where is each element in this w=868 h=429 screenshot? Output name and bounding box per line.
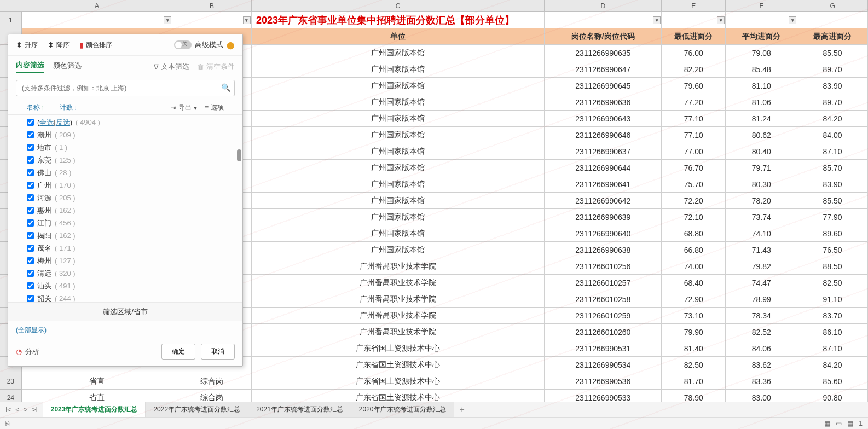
cell-avg[interactable]: 83.36 (726, 373, 797, 390)
cell-code[interactable]: 2311266990641 (545, 176, 662, 193)
col-header-G[interactable]: G (797, 0, 868, 11)
sort-by-name[interactable]: 名称↑ (27, 103, 44, 112)
cell-avg[interactable]: 82.52 (726, 324, 797, 340)
cell-unit[interactable]: 广州国家版本馆 (252, 127, 545, 143)
cell-max[interactable]: 82.50 (797, 275, 868, 291)
cell-min[interactable]: 76.70 (662, 160, 726, 176)
sheet-first-button[interactable]: I< (5, 406, 11, 414)
cell-min[interactable]: 73.10 (662, 308, 726, 324)
cell-unit[interactable]: 广州国家版本馆 (252, 111, 545, 127)
item-checkbox[interactable] (27, 257, 34, 264)
cell-type[interactable]: 综合岗 (172, 373, 252, 390)
cell-code[interactable]: 2311266990644 (545, 160, 662, 176)
cell-min[interactable]: 81.70 (662, 373, 726, 390)
cell-max[interactable]: 77.90 (797, 209, 868, 225)
cell-min[interactable]: 68.80 (662, 225, 726, 242)
item-checkbox[interactable] (27, 194, 34, 201)
header-unit[interactable]: 单位 (252, 28, 545, 45)
cell-avg[interactable]: 80.62 (726, 127, 797, 143)
search-input[interactable] (16, 80, 235, 96)
cell-code[interactable]: 2311266010259 (545, 308, 662, 324)
cell-code[interactable]: 2311266990636 (545, 94, 662, 111)
cell-min[interactable]: 72.10 (662, 209, 726, 225)
filter-icon[interactable]: ▾ (653, 16, 661, 24)
cell-D1[interactable]: ▾ (545, 12, 662, 28)
cell-min[interactable]: 77.00 (662, 143, 726, 160)
cell-max[interactable]: 85.50 (797, 193, 868, 209)
sort-asc-button[interactable]: ⬍升序 (16, 40, 38, 50)
scrollbar-thumb[interactable] (237, 149, 241, 161)
cell-min[interactable]: 74.00 (662, 258, 726, 275)
title-cell[interactable]: 2023年广东省事业单位集中招聘进面分数汇总【部分单位】 (252, 12, 545, 28)
cell-min[interactable]: 77.20 (662, 94, 726, 111)
cell-avg[interactable]: 83.62 (726, 357, 797, 373)
cell-max[interactable]: 83.90 (797, 176, 868, 193)
cell-code[interactable]: 2311266990635 (545, 45, 662, 61)
filter-list-item[interactable]: 东莞( 125 ) (27, 154, 233, 166)
cell-min[interactable]: 79.60 (662, 78, 726, 94)
cell-unit[interactable]: 广州国家版本馆 (252, 160, 545, 176)
cell-min[interactable]: 77.10 (662, 111, 726, 127)
cell-max[interactable]: 89.70 (797, 61, 868, 78)
cancel-button[interactable]: 取消 (201, 344, 235, 360)
cell-min[interactable]: 76.00 (662, 45, 726, 61)
cell-unit[interactable]: 广州番禺职业技术学院 (252, 275, 545, 291)
cell-max[interactable]: 85.70 (797, 160, 868, 176)
cell-avg[interactable]: 79.82 (726, 258, 797, 275)
filter-icon[interactable]: ▾ (164, 16, 171, 24)
cell-max[interactable]: 87.10 (797, 340, 868, 357)
filter-icon[interactable]: ▾ (243, 16, 251, 24)
filter-list-item[interactable]: 佛山( 28 ) (27, 166, 233, 179)
cell-avg[interactable]: 81.24 (726, 111, 797, 127)
view-page-icon[interactable]: ▤ (847, 420, 853, 427)
cell-max[interactable]: 84.20 (797, 111, 868, 127)
cell-max[interactable]: 84.20 (797, 357, 868, 373)
cell-min[interactable]: 82.20 (662, 61, 726, 78)
cell-max[interactable]: 83.70 (797, 308, 868, 324)
cell-unit[interactable]: 广州番禺职业技术学院 (252, 308, 545, 324)
cell-min[interactable]: 68.40 (662, 275, 726, 291)
filter-list-item[interactable]: 揭阳( 162 ) (27, 229, 233, 242)
add-sheet-button[interactable]: + (454, 402, 470, 418)
cell-code[interactable]: 2311266010260 (545, 324, 662, 340)
item-checkbox[interactable] (27, 182, 34, 189)
item-checkbox[interactable] (27, 169, 34, 176)
cell-max[interactable]: 84.00 (797, 127, 868, 143)
show-all-link[interactable]: (全部显示) (8, 321, 242, 339)
tab-content-filter[interactable]: 内容筛选 (16, 60, 44, 73)
cell-min[interactable]: 79.90 (662, 324, 726, 340)
sheet-tab-2023[interactable]: 2023年广东统考进面分数汇总 (43, 402, 146, 418)
cell-unit[interactable]: 广州国家版本馆 (252, 176, 545, 193)
color-sort-button[interactable]: ▮颜色排序 (79, 40, 112, 50)
analyze-button[interactable]: ◔分析 (16, 347, 39, 357)
header-min[interactable]: 最低进面分 (662, 28, 726, 45)
clear-conditions-button[interactable]: 🗑清空条件 (197, 62, 235, 72)
item-checkbox[interactable] (27, 144, 34, 151)
cell-avg[interactable]: 78.20 (726, 193, 797, 209)
cell-avg[interactable]: 78.34 (726, 308, 797, 324)
item-checkbox[interactable] (27, 131, 34, 138)
filter-list-item[interactable]: 江门( 456 ) (27, 217, 233, 229)
header-avg[interactable]: 平均进面分 (726, 28, 797, 45)
sort-desc-button[interactable]: ⬍降序 (48, 40, 70, 50)
cell-avg[interactable]: 80.30 (726, 176, 797, 193)
cell-code[interactable]: 2311266990534 (545, 357, 662, 373)
select-all-checkbox[interactable] (27, 119, 34, 126)
cell-avg[interactable]: 79.71 (726, 160, 797, 176)
cell-unit[interactable]: 广州国家版本馆 (252, 61, 545, 78)
cell-unit[interactable]: 广州国家版本馆 (252, 143, 545, 160)
toggle-switch-icon[interactable]: 关 (174, 40, 192, 49)
cell-avg[interactable]: 71.43 (726, 242, 797, 258)
col-header-A[interactable]: A (22, 0, 173, 11)
cell-min[interactable]: 72.90 (662, 291, 726, 308)
cell-code[interactable]: 2311266010258 (545, 291, 662, 308)
filter-list-item[interactable]: 韶关( 244 ) (27, 292, 233, 302)
cell-code[interactable]: 2311266010256 (545, 258, 662, 275)
header-code[interactable]: 岗位名称/岗位代码 (545, 28, 662, 45)
filter-list-item[interactable]: 河源( 205 ) (27, 192, 233, 204)
sheet-prev-button[interactable]: < (15, 406, 19, 414)
cell-unit[interactable]: 广州番禺职业技术学院 (252, 291, 545, 308)
item-checkbox[interactable] (27, 270, 34, 277)
options-button[interactable]: ≡选项 (205, 103, 224, 112)
col-header-C[interactable]: C (252, 0, 545, 11)
